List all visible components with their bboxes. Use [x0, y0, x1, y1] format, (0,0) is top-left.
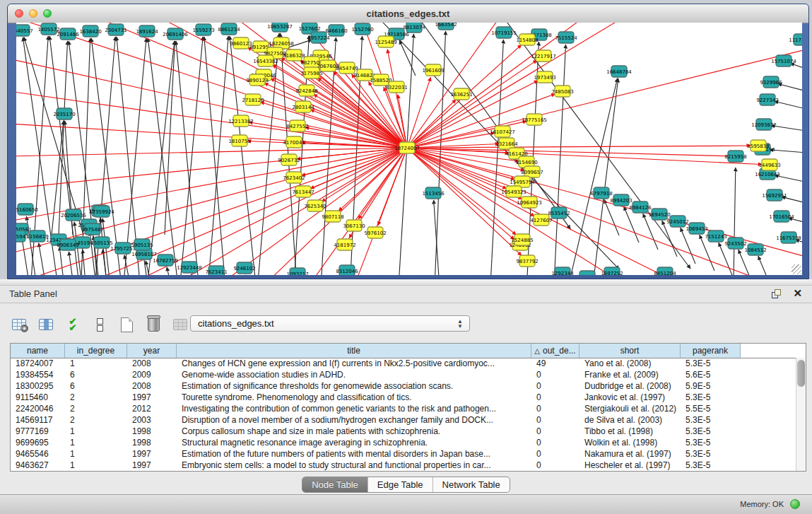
- graph-node-teal[interactable]: 1638420: [79, 25, 101, 37]
- graph-node-teal[interactable]: 9227343: [756, 94, 778, 105]
- graph-node-yellow[interactable]: 1524885: [511, 234, 533, 245]
- graph-node-yellow[interactable]: 7613447: [292, 186, 314, 197]
- graph-node-teal[interactable]: 17016504: [769, 211, 794, 222]
- graph-node-yellow[interactable]: 9807118: [322, 211, 343, 222]
- graph-node-teal[interactable]: 1069453: [686, 223, 707, 234]
- graph-node-teal[interactable]: 9124502: [576, 271, 598, 275]
- tab-node-table[interactable]: Node Table: [302, 477, 368, 492]
- memory-ok-indicator[interactable]: [790, 499, 800, 509]
- column-header-short[interactable]: short: [579, 344, 681, 358]
- graph-node-yellow[interactable]: 9026732: [278, 154, 300, 165]
- graph-node-yellow[interactable]: 5976102: [364, 227, 386, 238]
- delete-column-icon[interactable]: [144, 315, 163, 334]
- graph-node-teal[interactable]: 1156819: [26, 230, 48, 242]
- table-row[interactable]: 911546021997Tourette syndrome. Phenomeno…: [11, 392, 796, 403]
- table-row[interactable]: 946362711997Embryonic stem cells: a mode…: [11, 460, 796, 471]
- citation-network-graph[interactable]: 1640557140557220914861638420230473118916…: [16, 23, 802, 275]
- graph-node-yellow[interactable]: 1595838: [747, 140, 769, 151]
- graph-node-yellow[interactable]: 4181972: [334, 239, 355, 250]
- float-panel-icon[interactable]: [771, 288, 781, 298]
- graph-node-teal[interactable]: 1505135: [90, 237, 112, 248]
- graph-node-teal[interactable]: 1292344: [551, 267, 574, 275]
- graph-node-yellow[interactable]: 2718120: [242, 94, 264, 105]
- graph-node-yellow[interactable]: 9242848: [295, 85, 317, 96]
- graph-node-teal[interactable]: 1513456: [422, 187, 445, 199]
- graph-node-teal[interactable]: 1084512: [744, 244, 766, 255]
- table-row[interactable]: 977716911998Corpus callosum shape and si…: [11, 426, 796, 437]
- scrollbar-thumb[interactable]: [797, 360, 805, 387]
- graph-node-yellow[interactable]: 7625340: [304, 200, 326, 211]
- graph-node-teal[interactable]: 1152760: [351, 23, 373, 35]
- table-row[interactable]: 946554611997Estimation of the future num…: [11, 448, 796, 460]
- graph-node-teal[interactable]: 8861234: [218, 23, 240, 35]
- graph-node-yellow[interactable]: 7623402: [283, 172, 305, 183]
- graph-node-teal[interactable]: 1093217: [286, 268, 308, 275]
- panel-divider-handle[interactable]: [0, 279, 812, 286]
- network-canvas[interactable]: 1640557140557220914861638420230473118916…: [16, 23, 802, 275]
- graph-node-yellow[interactable]: 4127607: [530, 214, 552, 226]
- graph-node-teal[interactable]: 1697252: [601, 267, 623, 275]
- column-header-in-degree[interactable]: in_degree: [65, 344, 127, 358]
- graph-node-yellow[interactable]: 9860123: [230, 37, 252, 49]
- column-header-name[interactable]: name: [11, 344, 65, 358]
- graph-node-yellow[interactable]: 12213382: [228, 115, 254, 127]
- graph-node-teal[interactable]: 2304731: [105, 24, 126, 35]
- close-panel-icon[interactable]: ✕: [793, 287, 802, 300]
- graph-node-yellow[interactable]: 7485083: [551, 86, 573, 97]
- row-height-icon[interactable]: [90, 315, 109, 334]
- graph-node-teal[interactable]: 7623411: [205, 266, 227, 275]
- show-columns-icon[interactable]: [37, 315, 55, 334]
- graph-node-teal[interactable]: 7957224: [307, 32, 330, 43]
- graph-node-yellow[interactable]: 1973493: [534, 71, 555, 83]
- tab-network-table[interactable]: Network Table: [433, 477, 510, 492]
- graph-node-teal[interactable]: 11675338: [776, 232, 801, 243]
- table-row[interactable]: 2242004622012Investigating the contribut…: [11, 403, 796, 414]
- graph-node-teal[interactable]: 7151243: [705, 230, 726, 242]
- canvas-resize-grip[interactable]: [792, 264, 801, 274]
- table-select-dropdown[interactable]: citations_edges.txt ▲▼: [190, 315, 470, 332]
- graph-node-yellow[interactable]: 9837792: [516, 255, 538, 267]
- create-column-icon[interactable]: [117, 315, 136, 334]
- column-header-title[interactable]: title: [177, 344, 531, 358]
- tab-edge-table[interactable]: Edge Table: [368, 477, 433, 492]
- graph-node-teal[interactable]: 8312046: [336, 265, 358, 275]
- table-row[interactable]: 1456911722003Disruption of a novel membe…: [11, 414, 796, 426]
- graph-node-yellow[interactable]: 1154808: [516, 34, 538, 45]
- graph-node-teal[interactable]: 8451204: [654, 267, 676, 275]
- column-header-pagerank[interactable]: pagerank: [681, 344, 741, 358]
- graph-node-teal[interactable]: 1559273: [192, 24, 214, 35]
- table-row[interactable]: 1872400712008Changes of HCN gene express…: [11, 358, 796, 369]
- graph-node-teal[interactable]: 12923448: [177, 262, 202, 273]
- graph-node-yellow[interactable]: 9890123: [246, 74, 268, 86]
- graph-node-yellow[interactable]: 8322031: [385, 81, 407, 93]
- graph-node-yellow[interactable]: 16107427: [490, 126, 515, 137]
- graph-node-teal[interactable]: 9243502: [724, 238, 746, 249]
- column-header-year[interactable]: year: [127, 344, 177, 358]
- graph-node-teal[interactable]: 1663542: [435, 23, 457, 30]
- graph-node-yellow[interactable]: 1125489: [375, 36, 396, 47]
- graph-node-teal[interactable]: 16648784: [606, 66, 632, 77]
- graph-node-teal[interactable]: 8215958: [724, 151, 746, 162]
- graph-node-teal[interactable]: 10653287: [267, 23, 293, 32]
- graph-node-teal[interactable]: 15692951: [762, 189, 787, 201]
- table-row[interactable]: 1830029562008Estimation of significance …: [11, 380, 796, 392]
- graph-node-yellow[interactable]: 1636251: [450, 88, 472, 100]
- graph-node-teal[interactable]: 11172376: [789, 34, 802, 45]
- graph-node-yellow[interactable]: 8427552: [286, 120, 308, 132]
- graph-node-yellow[interactable]: 3175985: [300, 67, 322, 78]
- graph-node-teal[interactable]: 12093832: [751, 119, 777, 130]
- graph-node-teal[interactable]: 10719155: [491, 27, 517, 38]
- graph-node-teal[interactable]: 9975487: [81, 223, 103, 235]
- graph-node-teal[interactable]: 6797918: [590, 187, 612, 199]
- select-columns-icon[interactable]: ✔✔: [64, 315, 82, 334]
- column-header-out-de-[interactable]: △out_de...: [531, 344, 579, 358]
- window-titlebar[interactable]: citations_edges.txt: [8, 4, 808, 23]
- graph-node-yellow[interactable]: 3067130: [343, 220, 365, 231]
- graph-node-teal[interactable]: 2035170: [53, 108, 75, 119]
- graph-node-yellow[interactable]: 1961609: [422, 64, 444, 76]
- graph-node-teal[interactable]: 1640557: [16, 25, 33, 36]
- graph-node-teal[interactable]: 7515524: [555, 32, 577, 43]
- graph-node-yellow[interactable]: 1449633: [758, 159, 780, 170]
- graph-node-teal[interactable]: 8906349: [57, 239, 78, 250]
- table-row[interactable]: 969969511998Structural magnetic resonanc…: [11, 437, 796, 448]
